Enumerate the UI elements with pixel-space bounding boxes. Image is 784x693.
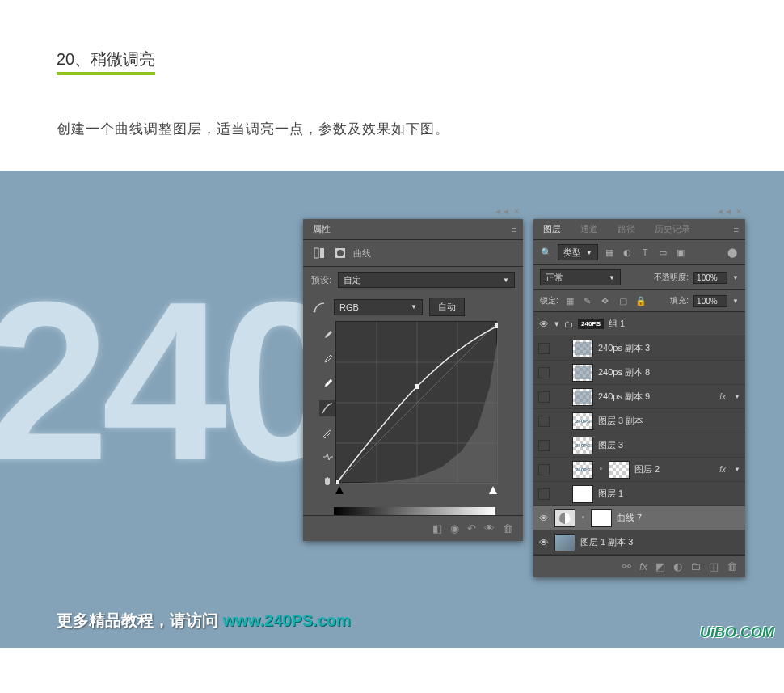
svg-rect-12 bbox=[415, 384, 419, 389]
lock-transparency-icon[interactable]: ▦ bbox=[563, 294, 576, 307]
panel-menu-icon[interactable]: ≡ bbox=[734, 225, 739, 235]
visibility-toggle[interactable] bbox=[538, 391, 550, 403]
layer-name: 图层 1 bbox=[598, 488, 740, 500]
layer-row[interactable]: 图层 1 bbox=[533, 482, 745, 506]
chevron-down-icon: ▼ bbox=[503, 277, 509, 284]
svg-rect-14 bbox=[495, 323, 498, 328]
auto-button[interactable]: 自动 bbox=[429, 298, 465, 316]
new-layer-icon[interactable]: ◫ bbox=[709, 560, 719, 573]
reset-icon[interactable]: ↶ bbox=[467, 522, 476, 535]
filter-toggle-icon[interactable]: ⬤ bbox=[726, 246, 739, 259]
mask-icon[interactable]: ◩ bbox=[655, 560, 665, 573]
layer-row[interactable]: 👁▾🗀240PS组 1 bbox=[533, 312, 745, 336]
layer-row[interactable]: 👁图层 1 副本 3 bbox=[533, 530, 745, 555]
tab-channels[interactable]: 通道 bbox=[571, 219, 608, 239]
collapse-icon[interactable]: ◄◄ bbox=[494, 207, 510, 216]
layer-name: 240ps 副本 8 bbox=[598, 366, 740, 378]
visibility-toggle[interactable] bbox=[538, 367, 550, 378]
lock-position-icon[interactable]: ✥ bbox=[599, 294, 612, 307]
preset-select[interactable]: 自定▼ bbox=[338, 272, 515, 288]
filter-type-icon[interactable]: T bbox=[639, 246, 651, 259]
layer-row[interactable]: 240PS图层 3 副本 bbox=[533, 409, 745, 433]
tab-properties[interactable]: 属性 bbox=[303, 219, 340, 239]
svg-marker-16 bbox=[489, 486, 497, 494]
search-icon[interactable]: 🔍 bbox=[540, 246, 553, 259]
layer-row[interactable]: 240PS图层 3 bbox=[533, 433, 745, 458]
adjustment-thumb bbox=[554, 509, 575, 527]
lock-label: 锁定: bbox=[540, 295, 558, 306]
fill-input[interactable] bbox=[693, 295, 727, 307]
svg-point-4 bbox=[314, 310, 316, 312]
layer-row[interactable]: 👁⚬曲线 7 bbox=[533, 506, 745, 530]
close-icon[interactable]: ✕ bbox=[736, 207, 742, 216]
expand-icon[interactable]: ▾ bbox=[554, 319, 559, 329]
smooth-icon[interactable] bbox=[319, 449, 335, 465]
channel-select[interactable]: RGB▼ bbox=[334, 299, 423, 315]
preset-label: 预设: bbox=[311, 274, 331, 286]
curve-graph[interactable] bbox=[335, 321, 497, 483]
collapse-icon[interactable]: ◄◄ bbox=[716, 207, 732, 216]
visibility-toggle[interactable]: 👁 bbox=[538, 537, 550, 548]
hand-icon[interactable] bbox=[319, 473, 335, 489]
panel-controls: ◄◄ ✕ bbox=[494, 207, 520, 216]
chevron-down-icon[interactable]: ▼ bbox=[732, 298, 739, 305]
visibility-toggle[interactable] bbox=[538, 464, 550, 475]
fx-badge[interactable]: fx bbox=[719, 465, 726, 474]
fx-icon[interactable]: fx bbox=[639, 560, 647, 573]
lock-all-icon[interactable]: 🔒 bbox=[634, 294, 647, 307]
visibility-toggle[interactable] bbox=[538, 488, 550, 500]
eyedropper-black-icon[interactable] bbox=[319, 327, 335, 344]
panel-menu-icon[interactable]: ≡ bbox=[512, 225, 516, 235]
screenshot-canvas: 240 ◄◄ ✕ 属性 ≡ 曲线 预设: 自定▼ bbox=[0, 171, 784, 648]
adjustment-type-label: 曲线 bbox=[353, 247, 371, 260]
mask-thumb bbox=[591, 509, 612, 527]
layers-panel: ◄◄ ✕ 图层 通道 路径 历史记录 ≡ 🔍 类型▼ ▦ ◐ T ▭ ▣ ⬤ 正… bbox=[533, 219, 745, 577]
visibility-toggle[interactable] bbox=[538, 416, 550, 427]
blend-mode-select[interactable]: 正常▼ bbox=[540, 269, 621, 285]
filter-type-select[interactable]: 类型▼ bbox=[558, 244, 598, 260]
layer-name: 240ps 副本 3 bbox=[598, 342, 740, 354]
link-icon[interactable]: ⚯ bbox=[622, 560, 631, 573]
view-prev-icon[interactable]: ◉ bbox=[450, 522, 459, 535]
delete-icon[interactable]: 🗑 bbox=[727, 560, 737, 573]
curve-edit-icon[interactable] bbox=[319, 400, 335, 416]
delete-icon[interactable]: 🗑 bbox=[503, 522, 513, 535]
adjustment-icon bbox=[311, 245, 327, 261]
layer-thumb: 240PS bbox=[572, 412, 593, 430]
filter-smart-icon[interactable]: ▣ bbox=[674, 246, 687, 259]
close-icon[interactable]: ✕ bbox=[513, 207, 520, 216]
layer-badge: 240PS bbox=[578, 319, 604, 329]
visibility-toggle[interactable]: 👁 bbox=[538, 513, 550, 524]
tab-layers[interactable]: 图层 bbox=[533, 219, 571, 239]
layer-row[interactable]: 240ps 副本 9fx▼ bbox=[533, 385, 745, 409]
filter-shape-icon[interactable]: ▭ bbox=[656, 246, 669, 259]
opacity-label: 不透明度: bbox=[654, 272, 689, 283]
layer-thumb bbox=[572, 485, 593, 503]
layer-name: 曲线 7 bbox=[617, 512, 740, 524]
eyedropper-white-icon[interactable] bbox=[319, 376, 335, 392]
lock-artboard-icon[interactable]: ▢ bbox=[617, 294, 630, 307]
layer-row[interactable]: 240ps 副本 3 bbox=[533, 336, 745, 361]
clip-icon[interactable]: ◧ bbox=[432, 522, 442, 535]
visibility-toggle[interactable]: 👁 bbox=[538, 319, 550, 330]
chevron-down-icon[interactable]: ▼ bbox=[732, 274, 739, 281]
corner-watermark: UiBO.COM bbox=[700, 624, 774, 641]
adjustment-icon[interactable]: ◐ bbox=[673, 560, 682, 573]
tab-paths[interactable]: 路径 bbox=[608, 219, 645, 239]
visibility-toggle[interactable] bbox=[538, 343, 550, 354]
filter-adjust-icon[interactable]: ◐ bbox=[621, 246, 634, 259]
visibility-icon[interactable]: 👁 bbox=[484, 522, 495, 535]
tab-history[interactable]: 历史记录 bbox=[645, 219, 700, 239]
eyedropper-gray-icon[interactable] bbox=[319, 352, 335, 368]
layer-row[interactable]: 240PS⚬图层 2fx▼ bbox=[533, 458, 745, 482]
group-icon[interactable]: 🗀 bbox=[690, 560, 701, 573]
background-text-effect: 240 bbox=[0, 251, 337, 511]
fx-badge[interactable]: fx bbox=[719, 392, 726, 401]
opacity-input[interactable] bbox=[693, 272, 727, 284]
layer-name: 组 1 bbox=[609, 318, 740, 330]
visibility-toggle[interactable] bbox=[538, 440, 550, 451]
layer-row[interactable]: 240ps 副本 8 bbox=[533, 361, 745, 385]
lock-paint-icon[interactable]: ✎ bbox=[581, 294, 594, 307]
pencil-icon[interactable] bbox=[319, 425, 335, 441]
filter-pixel-icon[interactable]: ▦ bbox=[603, 246, 616, 259]
